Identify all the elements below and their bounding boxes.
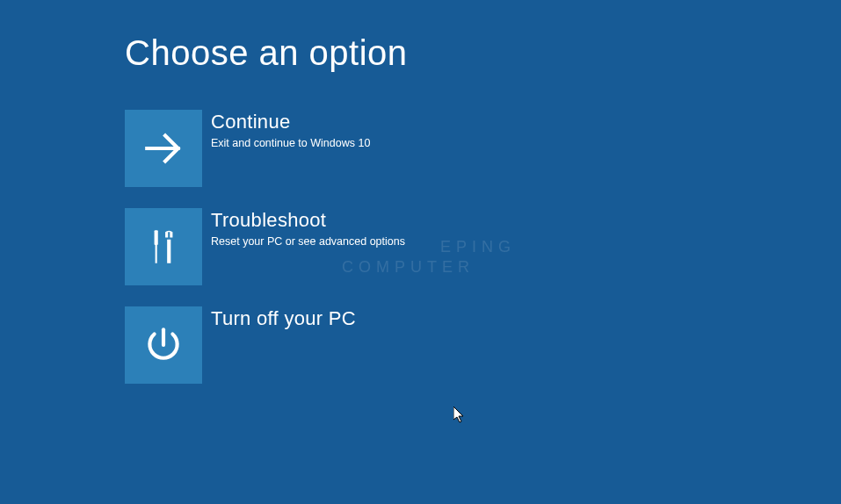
svg-rect-1 (155, 230, 158, 245)
cursor-icon (453, 407, 468, 428)
option-troubleshoot-text: Troubleshoot Reset your PC or see advanc… (202, 208, 405, 248)
option-troubleshoot-title: Troubleshoot (211, 208, 405, 234)
option-turnoff-text: Turn off your PC (202, 306, 356, 332)
option-troubleshoot-desc: Reset your PC or see advanced options (211, 235, 405, 248)
option-continue-text: Continue Exit and continue to Windows 10 (202, 110, 370, 149)
option-troubleshoot[interactable]: Troubleshoot Reset your PC or see advanc… (125, 208, 564, 285)
option-turnoff[interactable]: Turn off your PC (125, 306, 564, 384)
power-icon (125, 306, 202, 384)
svg-rect-2 (156, 245, 157, 263)
option-turnoff-title: Turn off your PC (211, 306, 356, 332)
tools-icon (125, 208, 202, 285)
page-title: Choose an option (125, 33, 841, 73)
option-continue-title: Continue (211, 110, 370, 135)
option-continue-desc: Exit and continue to Windows 10 (211, 137, 370, 149)
main-container: Choose an option Continue Exit and conti… (0, 0, 841, 384)
arrow-right-icon (125, 110, 202, 187)
option-continue[interactable]: Continue Exit and continue to Windows 10 (125, 110, 564, 187)
